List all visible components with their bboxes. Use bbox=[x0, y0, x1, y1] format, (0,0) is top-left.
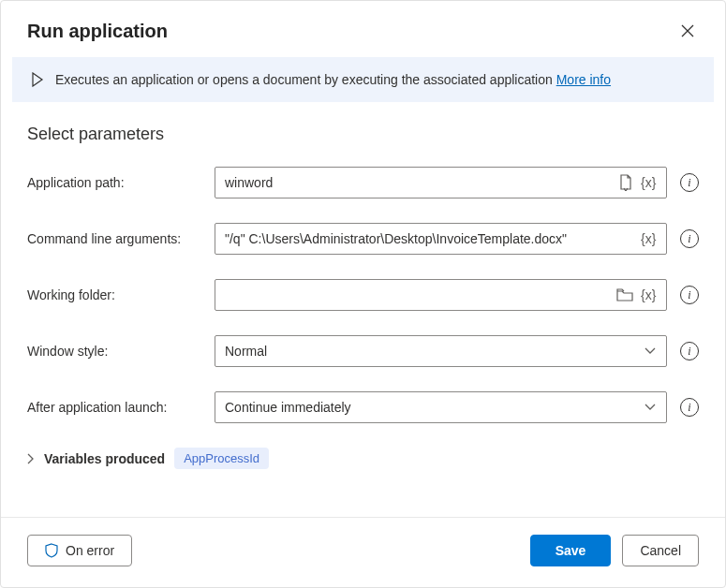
shield-icon bbox=[45, 543, 58, 558]
dialog-title: Run application bbox=[27, 21, 168, 42]
info-banner: Executes an application or opens a docum… bbox=[12, 57, 714, 102]
info-button[interactable]: i bbox=[680, 173, 699, 192]
variables-produced-row: Variables produced AppProcessId bbox=[27, 448, 699, 469]
svg-text:{x}: {x} bbox=[641, 231, 657, 246]
field-row-window-style: Window style: Normal i bbox=[27, 335, 699, 367]
variable-picker-icon[interactable]: {x} bbox=[641, 287, 659, 302]
browse-file-icon[interactable] bbox=[618, 174, 633, 191]
working-folder-input[interactable] bbox=[215, 279, 667, 311]
save-button[interactable]: Save bbox=[530, 535, 612, 566]
close-icon bbox=[681, 24, 694, 37]
label-cmd-args: Command line arguments: bbox=[27, 231, 207, 246]
close-button[interactable] bbox=[673, 16, 703, 46]
svg-text:{x}: {x} bbox=[641, 175, 657, 190]
variable-picker-icon[interactable]: {x} bbox=[641, 175, 659, 190]
variable-picker-icon[interactable]: {x} bbox=[641, 231, 659, 246]
dialog-footer: On error Save Cancel bbox=[1, 517, 725, 587]
field-row-working-folder: Working folder: {x} i bbox=[27, 279, 699, 311]
banner-text: Executes an application or opens a docum… bbox=[55, 72, 611, 87]
svg-text:{x}: {x} bbox=[641, 287, 657, 302]
info-button[interactable]: i bbox=[680, 342, 699, 360]
variables-produced-label[interactable]: Variables produced bbox=[44, 451, 165, 466]
application-path-input[interactable] bbox=[215, 167, 667, 198]
expand-variables-button[interactable] bbox=[27, 453, 35, 464]
field-row-application-path: Application path: {x} i bbox=[27, 167, 699, 198]
info-button[interactable]: i bbox=[680, 398, 699, 417]
section-title: Select parameters bbox=[27, 125, 699, 144]
label-application-path: Application path: bbox=[27, 175, 207, 190]
dialog-header: Run application bbox=[1, 1, 725, 57]
label-working-folder: Working folder: bbox=[27, 287, 207, 302]
play-icon bbox=[31, 72, 44, 87]
browse-folder-icon[interactable] bbox=[616, 288, 633, 301]
after-launch-select[interactable]: Continue immediately bbox=[215, 391, 667, 423]
chevron-right-icon bbox=[27, 453, 35, 464]
on-error-button[interactable]: On error bbox=[27, 535, 132, 566]
cancel-button[interactable]: Cancel bbox=[622, 535, 699, 566]
label-after-launch: After application launch: bbox=[27, 400, 207, 415]
window-style-select[interactable]: Normal bbox=[215, 335, 667, 367]
info-button[interactable]: i bbox=[680, 286, 699, 304]
field-row-after-launch: After application launch: Continue immed… bbox=[27, 391, 699, 423]
cmd-args-input[interactable] bbox=[215, 223, 667, 255]
info-button[interactable]: i bbox=[680, 229, 699, 248]
field-row-cmd-args: Command line arguments: {x} i bbox=[27, 223, 699, 255]
more-info-link[interactable]: More info bbox=[556, 72, 611, 87]
label-window-style: Window style: bbox=[27, 344, 207, 359]
variable-pill[interactable]: AppProcessId bbox=[174, 448, 269, 469]
dialog-content: Select parameters Application path: {x} … bbox=[1, 102, 725, 517]
